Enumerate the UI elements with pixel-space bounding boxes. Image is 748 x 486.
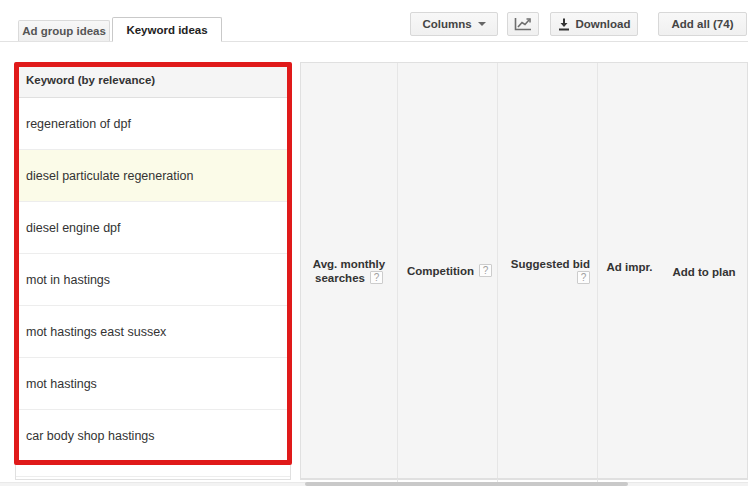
- keyword-cell: mot hastings east sussex: [16, 306, 290, 358]
- add-all-button[interactable]: Add all (74): [658, 12, 747, 36]
- columns-button[interactable]: Columns: [410, 12, 498, 36]
- horizontal-scrollbar[interactable]: [305, 482, 628, 486]
- help-icon[interactable]: ?: [370, 271, 383, 284]
- keyword-planner-screen: Ad group ideas Keyword ideas Columns Dow…: [0, 0, 748, 486]
- trend-chart-icon: [514, 18, 532, 31]
- suggested-bid-label: Suggested bid: [511, 257, 590, 271]
- avg-monthly-line1: Avg. monthly: [313, 257, 385, 271]
- tab-ad-group-ideas[interactable]: Ad group ideas: [18, 20, 110, 41]
- column-header-competition: Competition ?: [398, 63, 498, 478]
- column-header-suggested-bid: Suggested bid ?: [498, 63, 598, 478]
- add-all-button-label: Add all (74): [672, 18, 734, 30]
- stats-panel: Avg. monthly searches ? Competition ? Su…: [300, 62, 748, 480]
- keyword-cell: diesel particulate regeneration: [16, 150, 290, 202]
- column-header-add-to-plan: Add to plan: [661, 63, 747, 478]
- avg-monthly-line2: searches: [315, 271, 365, 285]
- download-button-label: Download: [576, 18, 631, 30]
- chart-view-button[interactable]: [507, 12, 539, 36]
- keyword-cell-partial: [16, 462, 290, 477]
- columns-button-label: Columns: [422, 18, 471, 30]
- stats-header-row: Avg. monthly searches ? Competition ? Su…: [301, 63, 747, 479]
- keyword-cell: car body shop hastings: [16, 410, 290, 462]
- column-header-ad-impr: Ad impr.: [598, 63, 661, 478]
- help-icon[interactable]: ?: [479, 264, 492, 277]
- keyword-cell: regeneration of dpf: [16, 98, 290, 150]
- keyword-column-header[interactable]: Keyword (by relevance): [16, 63, 290, 98]
- download-icon: [558, 18, 570, 31]
- download-button[interactable]: Download: [550, 12, 638, 36]
- keyword-panel: Keyword (by relevance) regeneration of d…: [15, 62, 291, 480]
- keyword-cell: mot hastings: [16, 358, 290, 410]
- column-header-avg-monthly-searches: Avg. monthly searches ?: [301, 63, 398, 478]
- tab-keyword-ideas[interactable]: Keyword ideas: [112, 17, 222, 42]
- competition-label: Competition: [407, 265, 474, 277]
- keyword-cell: diesel engine dpf: [16, 202, 290, 254]
- chevron-down-icon: [478, 22, 486, 26]
- keyword-cell: mot in hastings: [16, 254, 290, 306]
- help-icon[interactable]: ?: [577, 271, 590, 284]
